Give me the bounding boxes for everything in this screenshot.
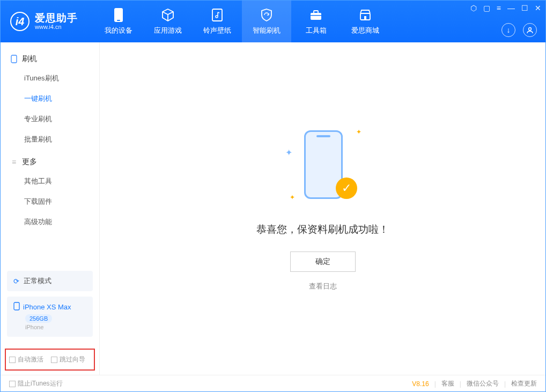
- success-message: 恭喜您，保资料刷机成功啦！: [256, 223, 389, 236]
- svg-rect-1: [117, 20, 120, 21]
- ok-button[interactable]: 确定: [290, 252, 356, 272]
- checkbox-skip-guide[interactable]: 跳过向导: [51, 355, 85, 364]
- checkbox-icon: [9, 357, 16, 363]
- sidebar: 刷机 iTunes刷机 一键刷机 专业刷机 批量刷机 ≡ 更多 其他工具 下载固…: [1, 42, 100, 375]
- checkbox-block-itunes[interactable]: 阻止iTunes运行: [9, 379, 63, 388]
- sidebar-header-more: ≡ 更多: [1, 153, 99, 171]
- close-button[interactable]: ✕: [535, 4, 541, 12]
- note-icon[interactable]: ▢: [483, 4, 490, 12]
- list-icon: ≡: [10, 158, 18, 166]
- minimize-button[interactable]: —: [507, 4, 515, 12]
- sidebar-item-oneclick-flash[interactable]: 一键刷机: [1, 88, 99, 109]
- nav-tabs: 我的设备 应用游戏 铃声壁纸 智能刷机 工具箱 爱思商城: [94, 1, 390, 42]
- device-capacity: 256GB: [25, 314, 52, 323]
- sidebar-item-pro-flash[interactable]: 专业刷机: [1, 109, 99, 129]
- device-mode-box[interactable]: ⟳ 正常模式: [7, 271, 93, 291]
- svg-rect-3: [311, 13, 321, 20]
- svg-rect-9: [11, 55, 17, 63]
- window-controls: ⬡ ▢ ≡ — ☐ ✕: [470, 4, 541, 12]
- checkbox-label: 跳过向导: [60, 355, 85, 364]
- separator: |: [434, 380, 436, 388]
- footer: 阻止iTunes运行 V8.16 | 客服 | 微信公众号 | 检查更新: [1, 375, 545, 392]
- tab-flash[interactable]: 智能刷机: [242, 1, 291, 42]
- toolbox-icon: [308, 8, 323, 23]
- tab-label: 铃声壁纸: [203, 26, 231, 35]
- wechat-link[interactable]: 微信公众号: [467, 379, 499, 388]
- menu-icon[interactable]: ≡: [497, 4, 501, 12]
- options-highlight-box: 自动激活 跳过向导: [5, 349, 95, 371]
- sidebar-header-label: 刷机: [22, 54, 37, 64]
- tab-label: 我的设备: [105, 26, 132, 35]
- svg-rect-7: [364, 16, 366, 20]
- checkbox-icon: [9, 381, 16, 387]
- tab-toolbox[interactable]: 工具箱: [291, 1, 341, 42]
- update-link[interactable]: 检查更新: [511, 379, 537, 388]
- tab-apps[interactable]: 应用游戏: [143, 1, 193, 42]
- logo-icon: i4: [10, 12, 29, 31]
- download-icon[interactable]: ↓: [501, 23, 515, 37]
- checkbox-label: 自动激活: [18, 355, 43, 364]
- tab-store[interactable]: 爱思商城: [341, 1, 390, 42]
- cube-icon: [160, 8, 175, 23]
- app-subtitle: www.i4.cn: [35, 24, 78, 30]
- shirt-icon[interactable]: ⬡: [470, 4, 477, 12]
- sparkle-icon: ✦: [356, 128, 361, 136]
- body-area: 刷机 iTunes刷机 一键刷机 专业刷机 批量刷机 ≡ 更多 其他工具 下载固…: [1, 42, 545, 375]
- store-icon: [358, 8, 373, 23]
- check-badge-icon: ✓: [336, 177, 357, 199]
- app-title: 爱思助手: [35, 13, 78, 24]
- user-icon[interactable]: [523, 23, 537, 37]
- sidebar-item-itunes-flash[interactable]: iTunes刷机: [1, 68, 99, 88]
- tab-label: 智能刷机: [253, 26, 281, 35]
- separator: |: [504, 380, 506, 388]
- support-link[interactable]: 客服: [441, 379, 454, 388]
- shield-sync-icon: [259, 8, 274, 23]
- sidebar-item-batch-flash[interactable]: 批量刷机: [1, 129, 99, 150]
- main-content: ✦ ✦ ✦ ✓ 恭喜您，保资料刷机成功啦！ 确定 查看日志: [100, 42, 545, 375]
- sidebar-item-advanced[interactable]: 高级功能: [1, 212, 99, 232]
- device-name: iPhone XS Max: [23, 303, 71, 311]
- checkbox-auto-activate[interactable]: 自动激活: [9, 355, 43, 364]
- tab-ringtones[interactable]: 铃声壁纸: [193, 1, 242, 42]
- sidebar-section-flash: 刷机 iTunes刷机 一键刷机 专业刷机 批量刷机: [1, 50, 99, 153]
- sync-icon: ⟳: [13, 277, 19, 285]
- device-panel: ⟳ 正常模式 iPhone XS Max 256GB iPhone: [1, 271, 99, 345]
- device-icon: [111, 8, 126, 23]
- svg-point-8: [529, 28, 532, 31]
- separator: |: [460, 380, 461, 388]
- device-type: iPhone: [25, 324, 86, 330]
- sparkle-icon: ✦: [285, 147, 292, 158]
- device-mode: 正常模式: [24, 276, 51, 286]
- app-header: i4 爱思助手 www.i4.cn 我的设备 应用游戏 铃声壁纸 智能刷机 工具…: [1, 1, 545, 42]
- sidebar-header-label: 更多: [22, 157, 37, 167]
- checkbox-label: 阻止iTunes运行: [18, 379, 63, 388]
- phone-small-icon: [13, 302, 20, 312]
- logo-text: 爱思助手 www.i4.cn: [35, 13, 78, 31]
- version-label: V8.16: [412, 380, 429, 388]
- sidebar-item-other-tools[interactable]: 其他工具: [1, 171, 99, 191]
- svg-rect-5: [311, 15, 321, 16]
- device-info-box[interactable]: iPhone XS Max 256GB iPhone: [7, 297, 93, 337]
- sparkle-icon: ✦: [290, 194, 295, 201]
- sidebar-item-download-firmware[interactable]: 下载固件: [1, 191, 99, 212]
- sidebar-section-more: ≡ 更多 其他工具 下载固件 高级功能: [1, 153, 99, 235]
- success-illustration: ✦ ✦ ✦ ✓: [285, 126, 360, 206]
- footer-right: V8.16 | 客服 | 微信公众号 | 检查更新: [412, 379, 537, 388]
- device-name-row: iPhone XS Max: [13, 302, 86, 312]
- view-log-link[interactable]: 查看日志: [309, 282, 337, 291]
- music-file-icon: [210, 8, 225, 23]
- checkbox-icon: [51, 357, 57, 363]
- svg-rect-4: [314, 11, 318, 13]
- maximize-button[interactable]: ☐: [521, 4, 528, 12]
- tab-label: 爱思商城: [351, 26, 379, 35]
- svg-rect-2: [212, 9, 222, 21]
- tab-label: 应用游戏: [154, 26, 182, 35]
- sidebar-header-flash: 刷机: [1, 50, 99, 68]
- header-bottom-icons: ↓: [501, 23, 537, 37]
- tab-label: 工具箱: [306, 26, 327, 35]
- tab-my-device[interactable]: 我的设备: [94, 1, 143, 42]
- logo-area: i4 爱思助手 www.i4.cn: [1, 12, 87, 31]
- svg-rect-10: [14, 302, 19, 310]
- phone-icon: [10, 55, 18, 63]
